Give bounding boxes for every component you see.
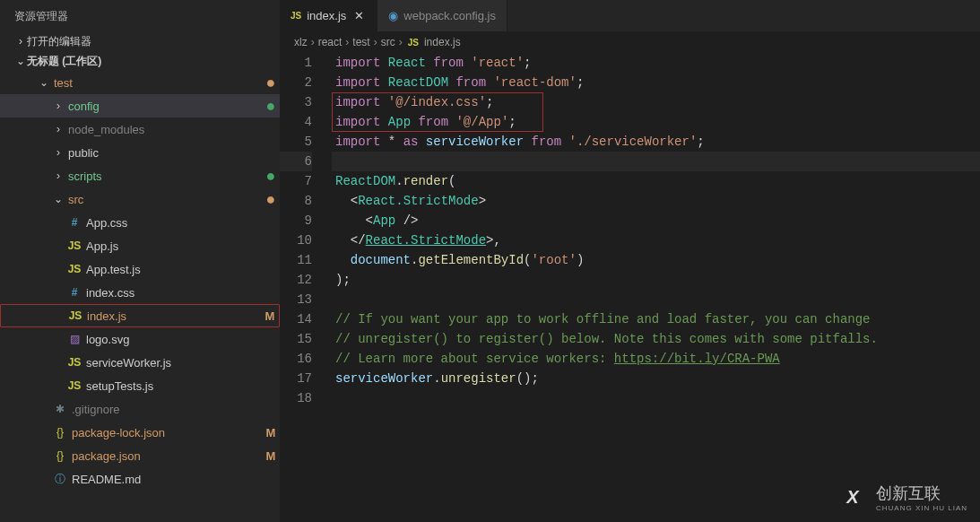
file-readme[interactable]: ⓘ README.md xyxy=(0,467,280,491)
git-untracked-dot-icon: ● xyxy=(262,168,280,184)
js-icon: JS xyxy=(291,11,301,21)
breadcrumb[interactable]: xlz› react› test› src› JS index.js xyxy=(280,31,980,53)
chevron-right-icon: › xyxy=(52,100,65,112)
tab-label: index.js xyxy=(307,9,346,22)
js-icon: JS xyxy=(66,263,82,275)
file-label: package.json xyxy=(68,449,262,463)
chevron-right-icon: › xyxy=(52,146,65,159)
git-icon: ✱ xyxy=(52,403,68,415)
tab-label: webpack.config.js xyxy=(403,9,496,22)
image-icon: ▨ xyxy=(66,333,82,345)
js-icon: JS xyxy=(66,356,82,369)
folder-src[interactable]: ⌄ src ● xyxy=(0,187,280,211)
file-label: package-lock.json xyxy=(68,426,262,439)
code-content[interactable]: import React from 'react'; import ReactD… xyxy=(332,53,980,522)
git-modified-badge: M xyxy=(261,309,279,323)
git-modified-dot-icon: ● xyxy=(262,74,280,91)
folder-label: public xyxy=(65,146,280,160)
folder-public[interactable]: › public xyxy=(0,141,280,164)
crumb[interactable]: react xyxy=(318,36,343,48)
js-icon: JS xyxy=(408,38,419,48)
chevron-down-icon: ⌄ xyxy=(52,193,65,205)
explorer-title: 资源管理器 xyxy=(0,0,280,31)
file-package-json[interactable]: {} package.json M xyxy=(0,444,280,467)
file-logo-svg[interactable]: ▨ logo.svg xyxy=(0,327,280,351)
json-icon: {} xyxy=(52,449,68,462)
file-index-js[interactable]: JS index.js M xyxy=(0,304,280,327)
open-editors-section[interactable]: › 打开的编辑器 xyxy=(0,31,280,51)
git-modified-dot-icon: ● xyxy=(262,191,280,207)
chevron-right-icon: › xyxy=(52,170,65,182)
css-icon: # xyxy=(66,216,82,229)
folder-scripts[interactable]: › scripts ● xyxy=(0,164,280,187)
js-icon: JS xyxy=(66,239,82,252)
file-label: serviceWorker.js xyxy=(82,356,280,370)
crumb[interactable]: xlz xyxy=(294,36,308,48)
folder-label: config xyxy=(65,100,262,113)
file-gitignore[interactable]: ✱ .gitignore xyxy=(0,397,280,421)
chevron-down-icon: ⌄ xyxy=(38,76,50,89)
file-label: README.md xyxy=(68,473,280,486)
line-gutter: 123456789101112131415161718 xyxy=(280,53,332,522)
folder-node-modules[interactable]: › node_modules xyxy=(0,117,280,141)
info-icon: ⓘ xyxy=(52,472,68,487)
file-label: App.js xyxy=(82,239,280,253)
crumb[interactable]: test xyxy=(352,36,369,48)
close-icon[interactable]: ✕ xyxy=(351,9,366,23)
folder-label: node_modules xyxy=(65,123,280,136)
file-label: setupTests.js xyxy=(82,379,280,393)
tab-webpack-config[interactable]: ◉ webpack.config.js xyxy=(377,0,507,31)
file-app-js[interactable]: JS App.js xyxy=(0,234,280,257)
chevron-right-icon: › xyxy=(52,123,65,135)
code-editor[interactable]: 123456789101112131415161718 import React… xyxy=(280,53,980,522)
workspace-section[interactable]: ⌄ 无标题 (工作区) xyxy=(0,51,280,71)
crumb[interactable]: index.js xyxy=(424,36,461,48)
folder-label: test xyxy=(50,76,262,90)
git-modified-badge: M xyxy=(262,426,280,439)
file-index-css[interactable]: # index.css xyxy=(0,281,280,304)
file-app-test-js[interactable]: JS App.test.js xyxy=(0,257,280,281)
file-app-css[interactable]: # App.css xyxy=(0,211,280,234)
folder-label: scripts xyxy=(65,170,262,183)
js-icon: JS xyxy=(67,309,83,322)
folder-test[interactable]: ⌄ test ● xyxy=(0,71,280,94)
file-label: App.test.js xyxy=(82,263,280,276)
file-setup-tests[interactable]: JS setupTests.js xyxy=(0,374,280,397)
folder-label: src xyxy=(65,193,262,206)
json-icon: {} xyxy=(52,426,68,439)
section-label: 打开的编辑器 xyxy=(27,34,91,49)
webpack-icon: ◉ xyxy=(388,9,398,22)
file-label: index.css xyxy=(82,286,280,300)
file-label: .gitignore xyxy=(68,403,280,416)
js-icon: JS xyxy=(66,379,82,392)
file-label: logo.svg xyxy=(82,333,280,346)
chevron-right-icon: › xyxy=(14,35,27,48)
chevron-down-icon: ⌄ xyxy=(14,55,27,67)
git-untracked-dot-icon: ● xyxy=(262,98,280,114)
file-label: App.css xyxy=(82,216,280,230)
section-label: 无标题 (工作区) xyxy=(27,54,101,69)
tab-index-js[interactable]: JS index.js ✕ xyxy=(280,0,377,31)
css-icon: # xyxy=(66,286,82,299)
git-modified-badge: M xyxy=(262,449,280,463)
file-package-lock[interactable]: {} package-lock.json M xyxy=(0,421,280,444)
folder-config[interactable]: › config ● xyxy=(0,94,280,117)
file-service-worker[interactable]: JS serviceWorker.js xyxy=(0,351,280,374)
file-explorer[interactable]: › 打开的编辑器 ⌄ 无标题 (工作区) ⌄ test ● › config ●… xyxy=(0,31,280,522)
crumb[interactable]: src xyxy=(381,36,395,48)
file-label: index.js xyxy=(83,309,261,323)
